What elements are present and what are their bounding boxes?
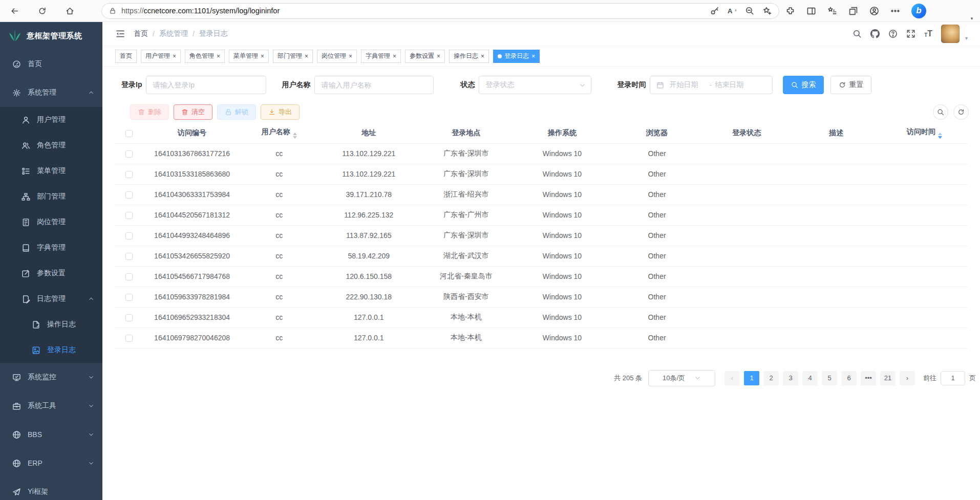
favorites-add-icon[interactable] <box>762 6 772 15</box>
column-header[interactable]: 用户名称 <box>241 123 317 143</box>
tab-param-settings[interactable]: 参数设置× <box>405 50 445 63</box>
page-button-21[interactable]: 21 <box>880 371 896 385</box>
sidebar-item-yi-framework[interactable]: Yi框架 <box>0 477 102 500</box>
favorites-bar-icon[interactable] <box>827 6 837 16</box>
tab-post-management[interactable]: 岗位管理× <box>317 50 357 63</box>
sort-caret-icon[interactable] <box>293 133 297 139</box>
tab-menu-management[interactable]: 菜单管理× <box>229 50 269 63</box>
tab-operation-log[interactable]: 操作日志× <box>449 50 489 63</box>
breadcrumb-item[interactable]: 首页 <box>134 29 148 38</box>
bing-icon[interactable]: b <box>911 4 926 18</box>
font-size-icon[interactable]: TT <box>924 30 932 38</box>
sidebar-item-login-log[interactable]: 登录日志 <box>0 337 102 363</box>
sidebar-item-dept-management[interactable]: 部门管理 <box>0 184 102 209</box>
sidebar-item-system-tools[interactable]: 系统工具 <box>0 392 102 420</box>
prev-page-button[interactable]: ‹ <box>725 371 740 385</box>
split-screen-icon[interactable] <box>806 6 816 16</box>
avatar-caret-icon[interactable]: ▼ <box>964 36 969 43</box>
sidebar-item-menu-management[interactable]: 菜单管理 <box>0 158 102 184</box>
refresh-table-button[interactable] <box>953 104 969 120</box>
export-button[interactable]: 导出 <box>261 104 300 120</box>
search-button[interactable]: 搜索 <box>783 76 824 94</box>
browser-refresh-button[interactable] <box>33 2 51 20</box>
fullscreen-icon[interactable] <box>906 29 915 38</box>
page-button-2[interactable]: 2 <box>763 371 779 385</box>
sidebar-item-user-management[interactable]: 用户管理 <box>0 107 102 133</box>
close-icon[interactable]: × <box>261 53 264 59</box>
close-icon[interactable]: × <box>173 53 176 59</box>
row-checkbox[interactable] <box>125 232 133 240</box>
row-checkbox[interactable] <box>125 191 133 199</box>
more-menu-icon[interactable] <box>890 6 900 16</box>
sidebar-item-system-monitor[interactable]: 系统监控 <box>0 363 102 392</box>
unlock-button[interactable]: 解锁 <box>217 104 256 120</box>
avatar[interactable] <box>941 25 960 43</box>
sidebar-item-home[interactable]: 首页 <box>0 50 102 78</box>
address-bar[interactable]: https://ccnetcore.com:1101/system/log/lo… <box>101 3 779 19</box>
tab-login-log[interactable]: 登录日志× <box>493 50 540 63</box>
user-name-input[interactable] <box>314 76 434 94</box>
page-button-1[interactable]: 1 <box>744 371 759 385</box>
reset-button[interactable]: 重置 <box>830 76 871 94</box>
sidebar-collapse-icon[interactable] <box>115 29 125 39</box>
row-checkbox[interactable] <box>125 314 133 321</box>
select-all-checkbox[interactable] <box>125 130 133 137</box>
close-icon[interactable]: × <box>531 53 535 59</box>
sidebar-item-dict-management[interactable]: 字典管理 <box>0 235 102 260</box>
page-button-5[interactable]: 5 <box>822 371 837 385</box>
sidebar-item-operation-log[interactable]: 操作日志 <box>0 312 102 337</box>
tab-dept-management[interactable]: 部门管理× <box>273 50 313 63</box>
page-button-4[interactable]: 4 <box>802 371 818 385</box>
page-ellipsis[interactable]: ••• <box>861 371 876 385</box>
row-checkbox[interactable] <box>125 273 133 280</box>
github-icon[interactable] <box>870 29 880 38</box>
app-logo[interactable]: 意框架管理系统 <box>0 22 102 50</box>
row-checkbox[interactable] <box>125 253 133 260</box>
sort-caret-icon[interactable] <box>938 133 942 139</box>
tab-role-management[interactable]: 角色管理× <box>185 50 225 63</box>
sidebar-item-log-management[interactable]: 日志管理 <box>0 286 102 312</box>
sidebar-item-bbs[interactable]: BBS <box>0 420 102 449</box>
close-icon[interactable]: × <box>437 53 440 59</box>
sidebar-item-post-management[interactable]: 岗位管理 <box>0 209 102 235</box>
page-button-6[interactable]: 6 <box>841 371 857 385</box>
sidebar-item-erp[interactable]: ERP <box>0 449 102 477</box>
close-icon[interactable]: × <box>349 53 352 59</box>
close-icon[interactable]: × <box>217 53 220 59</box>
row-checkbox[interactable] <box>125 212 133 219</box>
help-icon[interactable] <box>888 29 898 38</box>
row-checkbox[interactable] <box>125 171 133 178</box>
login-ip-input[interactable] <box>146 76 266 94</box>
extensions-icon[interactable] <box>785 6 795 16</box>
row-checkbox[interactable] <box>125 335 133 342</box>
column-header[interactable]: 访问时间 <box>881 123 968 143</box>
read-aloud-icon[interactable]: A <box>728 6 737 15</box>
bing-caret-icon[interactable]: ▼ <box>970 16 974 21</box>
close-icon[interactable]: × <box>393 53 396 59</box>
sidebar-item-system-management[interactable]: 系统管理 <box>0 78 102 107</box>
header-search-icon[interactable] <box>853 29 862 38</box>
status-select[interactable]: 登录状态 <box>479 76 591 94</box>
page-size-select[interactable]: 10条/页 <box>648 370 715 386</box>
browser-home-button[interactable] <box>60 2 79 20</box>
tab-user-management[interactable]: 用户管理× <box>141 50 181 63</box>
close-icon[interactable]: × <box>481 53 484 59</box>
sidebar-item-role-management[interactable]: 角色管理 <box>0 133 102 158</box>
profile-icon[interactable] <box>869 6 879 16</box>
login-time-range-picker[interactable]: 开始日期 - 结束日期 <box>650 76 773 94</box>
close-icon[interactable]: × <box>305 53 308 59</box>
goto-page-input[interactable] <box>941 371 965 385</box>
sidebar-item-param-settings[interactable]: 参数设置 <box>0 260 102 286</box>
show-search-button[interactable] <box>933 104 948 120</box>
zoom-out-icon[interactable] <box>745 6 754 15</box>
row-checkbox[interactable] <box>125 150 133 158</box>
row-checkbox[interactable] <box>125 294 133 301</box>
tab-dict-management[interactable]: 字典管理× <box>361 50 401 63</box>
next-page-button[interactable]: › <box>900 371 915 385</box>
page-button-3[interactable]: 3 <box>783 371 798 385</box>
password-key-icon[interactable] <box>710 6 719 15</box>
tab-home[interactable]: 首页 <box>115 50 137 63</box>
clear-button[interactable]: 清空 <box>174 104 212 120</box>
browser-back-button[interactable] <box>5 2 24 20</box>
delete-button[interactable]: 删除 <box>130 104 169 120</box>
